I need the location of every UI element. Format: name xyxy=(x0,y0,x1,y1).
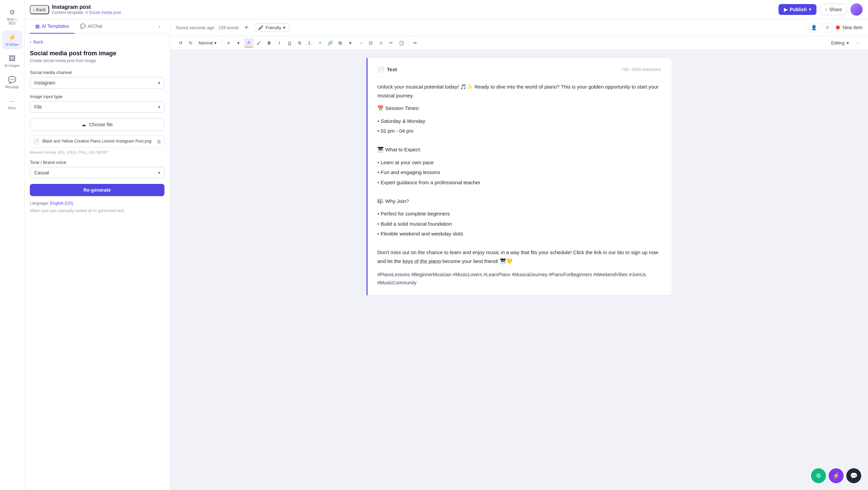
tab-ai-templates[interactable]: ▦ AI Templates xyxy=(30,19,75,34)
cta-after: become your best friend! 🎹💛 xyxy=(441,258,513,264)
tone-select[interactable]: Casual Friendly Professional Formal xyxy=(30,167,164,178)
table-button[interactable]: ⊞ xyxy=(336,38,345,48)
editing-dropdown[interactable]: Editing ▾ xyxy=(828,39,852,47)
template-link[interactable]: # Social media post xyxy=(85,10,121,15)
panel-back-label: Back xyxy=(33,39,43,44)
paste-button[interactable]: 📋 xyxy=(397,38,406,48)
tab-aichat[interactable]: 💬 AIChat xyxy=(75,19,108,34)
emoji-button[interactable]: ☺ xyxy=(376,38,386,48)
expect-item-1: Learn at your own pace xyxy=(377,158,661,167)
chat-widget: ⚙ ⚡ 💬 xyxy=(811,468,861,483)
bold-button[interactable]: B xyxy=(264,38,274,48)
ai-write-button[interactable]: ✏ xyxy=(411,38,420,48)
publish-label: Publish xyxy=(790,7,807,12)
message-icon: 💬 xyxy=(8,76,16,84)
user-action-button[interactable]: 👤 xyxy=(809,22,820,33)
language-link[interactable]: English (US) xyxy=(50,201,73,206)
template-title: Social media post from image xyxy=(30,50,164,57)
undo-button[interactable]: ↺ xyxy=(176,38,185,48)
publish-button[interactable]: ▶ Publish ▾ xyxy=(778,4,816,15)
regenerate-button[interactable]: Re-generate xyxy=(30,184,164,196)
ai-images-icon: 🖼 xyxy=(9,55,16,62)
session-list: Saturday & Monday 02 pm - 04 pm xyxy=(377,117,661,135)
chat-dark-button[interactable]: 💬 xyxy=(846,468,861,483)
file-formats: Allowed formats JPG, JPEG, PNG, GIF, WEB… xyxy=(30,150,164,154)
editing-label: Editing xyxy=(831,40,845,45)
why-list: Perfect for complete beginners Build a s… xyxy=(377,209,661,238)
collapse-icon: ‹ xyxy=(159,24,161,29)
chat-green-button[interactable]: ⚙ xyxy=(811,468,826,483)
back-button[interactable]: ‹ Back xyxy=(30,5,49,14)
why-heading: 🎼 Why Join? xyxy=(377,197,661,206)
share-label: Share xyxy=(829,7,842,12)
preview-icon[interactable]: 👁 xyxy=(243,23,250,32)
sidebar-item-ai-writer[interactable]: ⚡ AI Writer xyxy=(2,31,22,49)
subtitle-text: Content template: xyxy=(52,10,84,15)
tone-label: Tone / Brand voice xyxy=(30,160,164,165)
table-dropdown-button[interactable]: ▾ xyxy=(346,38,355,48)
sidebar: ⚙ Brief + SEO ⚡ AI Writer 🖼 AI Images 💬 … xyxy=(0,0,24,490)
formatting-toolbar: ↺ ↻ Normal ▾ ≡ ▾ A 🖊 B I U S 1. • 🔗 ⊞ ▾ xyxy=(170,36,868,50)
sidebar-item-label-message: Message xyxy=(5,85,19,89)
input-type-select[interactable]: File URL xyxy=(30,101,164,113)
indent-button[interactable]: → xyxy=(356,38,366,48)
sidebar-item-more[interactable]: ··· More xyxy=(2,94,22,113)
align-dropdown-button[interactable]: ▾ xyxy=(234,38,243,48)
why-item-3: Flexible weekend and weekday slots xyxy=(377,229,661,238)
ordered-list-button[interactable]: 1. xyxy=(305,38,315,48)
panel-back-link[interactable]: ‹ Back xyxy=(30,39,164,44)
sidebar-item-label-more: More xyxy=(8,106,16,110)
highlight-button[interactable]: 🖊 xyxy=(254,38,264,48)
editor-card[interactable]: 📄 Text 738 / 3000 characters Unlock your… xyxy=(367,58,672,295)
italic-button[interactable]: I xyxy=(275,38,284,48)
link-button[interactable]: 🔗 xyxy=(326,38,335,48)
style-dropdown[interactable]: Normal ▾ xyxy=(196,39,219,47)
strikethrough-button[interactable]: S xyxy=(295,38,304,48)
settings-action-button[interactable]: ⚙ xyxy=(822,22,833,33)
sidebar-item-brief-seo[interactable]: ⚙ Brief + SEO xyxy=(2,5,22,28)
chat-purple-icon: ⚡ xyxy=(832,472,840,479)
editing-chevron-icon: ▾ xyxy=(847,40,849,45)
tone-button[interactable]: 🎤 Friendly ▾ xyxy=(254,23,289,32)
language-line: Language: English (US) xyxy=(30,201,164,206)
notification-dot xyxy=(836,25,840,30)
save-status: Saved seconds ago xyxy=(176,25,214,30)
file-item: 📄 Black and Yellow Creative Piano Lesson… xyxy=(30,135,164,148)
table2-button[interactable]: ⊡ xyxy=(366,38,376,48)
header-title-group: Instagram post Content template: # Socia… xyxy=(52,4,121,15)
settings-icon: ⚙ xyxy=(825,25,830,30)
disclaimer-text: Make sure you manually review all AI gen… xyxy=(30,208,164,213)
more-icon: ··· xyxy=(9,97,15,105)
panel: ▦ AI Templates 💬 AIChat ‹ ‹ Back Social … xyxy=(24,19,170,490)
more-options-button[interactable]: ··· xyxy=(853,38,863,48)
sidebar-item-ai-images[interactable]: 🖼 AI Images xyxy=(2,52,22,70)
chat-dark-icon: 💬 xyxy=(850,472,857,479)
align-left-button[interactable]: ≡ xyxy=(224,38,233,48)
panel-back-chevron-icon: ‹ xyxy=(30,39,31,44)
redo-button[interactable]: ↻ xyxy=(186,38,195,48)
editor-content[interactable]: Unlock your musical potential today! 🎵✨ … xyxy=(377,82,661,287)
tone-form-group: Tone / Brand voice Casual Friendly Profe… xyxy=(30,160,164,178)
sidebar-item-message[interactable]: 💬 Message xyxy=(2,73,22,92)
choose-file-button[interactable]: ☁ Choose file xyxy=(30,118,164,131)
underline-button[interactable]: U xyxy=(285,38,294,48)
new-item-button[interactable]: New Item xyxy=(843,25,863,30)
expect-item-3: Expert guidance from a professional teac… xyxy=(377,178,661,187)
session-item-1: Saturday & Monday xyxy=(377,117,661,126)
underline-color-button[interactable]: A xyxy=(244,38,254,48)
unordered-list-button[interactable]: • xyxy=(315,38,325,48)
cut-button[interactable]: ✂ xyxy=(387,38,396,48)
session-heading: 📅 Session Times: xyxy=(377,104,661,113)
left-accent-bar xyxy=(367,58,368,295)
channel-select[interactable]: Instagram Facebook Twitter LinkedIn xyxy=(30,77,164,89)
share-button[interactable]: ↑ Share xyxy=(820,4,847,15)
avatar[interactable] xyxy=(850,3,863,16)
why-item-2: Build a solid musical foundation xyxy=(377,220,661,228)
toolbar-divider-2 xyxy=(408,39,409,46)
chat-purple-button[interactable]: ⚡ xyxy=(829,468,844,483)
expect-list: Learn at your own pace Fun and engaging … xyxy=(377,158,661,187)
file-delete-button[interactable]: 🗑 xyxy=(157,139,161,144)
brief-seo-icon: ⚙ xyxy=(9,8,15,16)
cta-link[interactable]: keys of the piano xyxy=(402,258,441,264)
collapse-panel-button[interactable]: ‹ xyxy=(155,22,164,31)
